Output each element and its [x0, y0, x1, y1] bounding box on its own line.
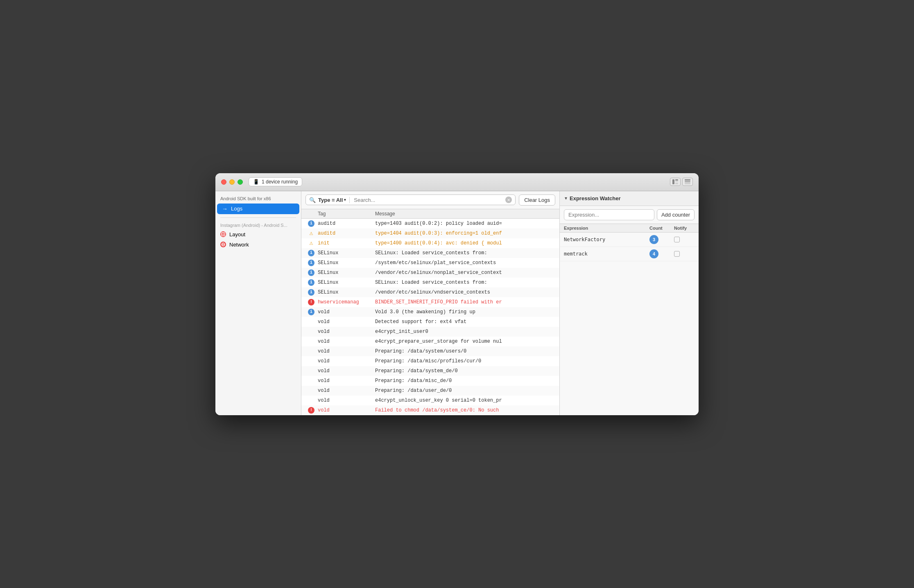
table-row[interactable]: voldPreparing: /data/misc/profiles/cur/0	[301, 356, 559, 366]
svg-rect-3	[675, 183, 678, 184]
log-tag: vold	[318, 329, 375, 335]
log-tag: vold	[318, 388, 375, 394]
log-tag: vold	[318, 378, 375, 384]
clear-logs-button[interactable]: Clear Logs	[519, 194, 555, 206]
log-table-header: Tag Message	[301, 209, 559, 219]
log-tag: SELinux	[318, 250, 375, 256]
watcher-collapse-icon[interactable]: ▾	[565, 195, 567, 201]
main-area: Android SDK built for x86 → Logs Instagr…	[215, 191, 699, 415]
log-message: type=1400 audit(0.0:4): avc: denied { mo…	[375, 240, 556, 246]
log-message: e4crypt_prepare_user_storage for volume …	[375, 339, 556, 344]
search-icon: 🔍	[309, 197, 316, 203]
table-row[interactable]: iSELinux/vendor/etc/selinux/nonplat_serv…	[301, 268, 559, 278]
titlebar: 📱 1 device running	[215, 173, 699, 191]
watcher-col-expression-header: Expression	[564, 226, 649, 231]
watcher-count-cell: 4	[649, 249, 674, 258]
log-level-icon: i	[305, 269, 318, 276]
table-row[interactable]: !voldFailed to chmod /data/system_ce/0: …	[301, 405, 559, 415]
log-tag: SELinux	[318, 270, 375, 276]
table-row[interactable]: volde4crypt_prepare_user_storage for vol…	[301, 337, 559, 346]
count-badge: 3	[649, 235, 658, 244]
log-message: Detected support for: ext4 vfat	[375, 319, 556, 325]
table-row[interactable]: voldPreparing: /data/system_de/0	[301, 366, 559, 376]
table-row[interactable]: iSELinux/system/etc/selinux/plat_service…	[301, 258, 559, 268]
sidebar-layout-label: Layout	[229, 231, 245, 237]
minimize-button[interactable]	[229, 179, 235, 185]
sidebar-item-logs[interactable]: → Logs	[217, 204, 299, 214]
table-row[interactable]: voldDetected support for: ext4 vfat	[301, 317, 559, 327]
close-button[interactable]	[221, 179, 226, 185]
type-filter-label: Type = All	[318, 197, 343, 203]
watcher-expression: memtrack	[564, 251, 649, 257]
table-row[interactable]: volde4crypt_unlock_user_key 0 serial=0 t…	[301, 396, 559, 405]
sidebar: Android SDK built for x86 → Logs Instagr…	[215, 191, 301, 415]
notify-checkbox[interactable]	[674, 251, 680, 257]
log-message: Preparing: /data/misc_de/0	[375, 378, 556, 384]
log-tag: hwservicemanag	[318, 299, 375, 305]
log-tag: vold	[318, 348, 375, 354]
table-row[interactable]: iSELinuxSELinux: Loaded service_contexts…	[301, 248, 559, 258]
log-message: Vold 3.0 (the awakening) firing up	[375, 309, 556, 315]
log-tag: vold	[318, 398, 375, 403]
log-level-icon: i	[305, 220, 318, 227]
watcher-row: NetworkFactory3	[560, 233, 699, 247]
log-tag: vold	[318, 407, 375, 413]
log-level-icon: i	[305, 289, 318, 296]
table-row[interactable]: voldPreparing: /data/system/users/0	[301, 346, 559, 356]
table-row[interactable]: volde4crypt_init_user0	[301, 327, 559, 337]
log-tag: init	[318, 240, 375, 246]
svg-rect-4	[685, 179, 690, 181]
table-row[interactable]: ⚠auditdtype=1404 audit(0.0:3): enforcing…	[301, 228, 559, 238]
watcher-table-header: Expression Count Notify	[560, 224, 699, 233]
table-row[interactable]: ivoldVold 3.0 (the awakening) firing up	[301, 307, 559, 317]
table-row[interactable]: ⚠inittype=1400 audit(0.0:4): avc: denied…	[301, 238, 559, 248]
type-filter-dropdown[interactable]: Type = All ▾	[318, 197, 350, 203]
log-table[interactable]: Tag Message iauditdtype=1403 audit(0.0:2…	[301, 209, 559, 415]
table-row[interactable]: voldPreparing: /data/misc_de/0	[301, 376, 559, 386]
fullscreen-button[interactable]	[238, 179, 243, 185]
log-level-icon: i	[305, 260, 318, 266]
log-level-icon: ⚠	[305, 239, 318, 247]
log-message: Preparing: /data/misc/profiles/cur/0	[375, 358, 556, 364]
log-level-icon: !	[305, 299, 318, 305]
log-level-icon: i	[305, 279, 318, 286]
log-tag: vold	[318, 339, 375, 344]
log-tag: vold	[318, 358, 375, 364]
clear-search-button[interactable]: ✕	[505, 197, 512, 203]
add-counter-button[interactable]: Add counter	[657, 209, 695, 220]
notify-checkbox[interactable]	[674, 237, 680, 242]
log-message: Preparing: /data/user_de/0	[375, 388, 556, 394]
log-message: type=1404 audit(0.0:3): enforcing=1 old_…	[375, 231, 556, 236]
sidebar-item-network[interactable]: Network	[215, 240, 301, 250]
sidebar-network-label: Network	[229, 242, 249, 248]
table-row[interactable]: !hwservicemanagBINDER_SET_INHERIT_FIFO_P…	[301, 297, 559, 307]
svg-rect-5	[685, 181, 690, 182]
svg-rect-1	[675, 179, 678, 181]
window-controls	[670, 178, 693, 186]
svg-rect-6	[685, 183, 690, 184]
watcher-panel: ▾ Expression Watcher Add counter Express…	[559, 191, 699, 415]
table-row[interactable]: voldPreparing: /data/user_de/0	[301, 386, 559, 396]
col-tag-header: Tag	[318, 211, 375, 217]
sidebar-toggle[interactable]	[670, 178, 681, 186]
watcher-col-count-header: Count	[649, 226, 674, 231]
content-area: 🔍 Type = All ▾ ✕ Clear Logs Tag Message	[301, 191, 559, 415]
watcher-expression: NetworkFactory	[564, 237, 649, 242]
sidebar-item-layout[interactable]: Layout	[215, 229, 301, 240]
log-message: BINDER_SET_INHERIT_FIFO_PRIO failed with…	[375, 299, 556, 305]
log-tag: vold	[318, 309, 375, 315]
table-row[interactable]: iSELinuxSELinux: Loaded service_contexts…	[301, 278, 559, 287]
log-level-icon: ⚠	[305, 229, 318, 237]
expression-input[interactable]	[564, 209, 654, 220]
log-level-icon: i	[305, 250, 318, 256]
log-message: Preparing: /data/system_de/0	[375, 368, 556, 374]
table-row[interactable]: iauditdtype=1403 audit(0.0:2): policy lo…	[301, 219, 559, 228]
log-message: /vendor/etc/selinux/vndservice_contexts	[375, 289, 556, 295]
log-rows-container: iauditdtype=1403 audit(0.0:2): policy lo…	[301, 219, 559, 415]
sidebar-app-title: Instagram (Android) - Android S...	[215, 221, 301, 229]
svg-rect-0	[672, 179, 674, 184]
table-row[interactable]: iSELinux/vendor/etc/selinux/vndservice_c…	[301, 287, 559, 297]
watcher-rows-container: NetworkFactory3memtrack4	[560, 233, 699, 261]
search-input[interactable]	[354, 197, 503, 203]
panel-toggle[interactable]	[682, 178, 693, 186]
